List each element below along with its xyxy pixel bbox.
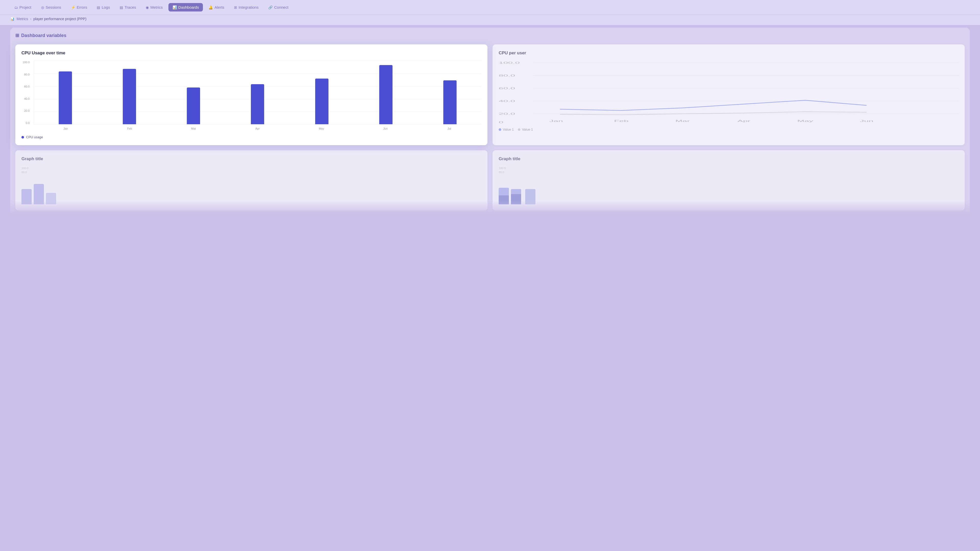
bottom-chart-left-title: Graph title <box>21 156 481 162</box>
nav-label-errors: Errors <box>77 5 87 10</box>
cpu-per-user-chart-card: CPU per user 100.0 80.0 60.0 40.0 20.0 0 <box>493 44 965 145</box>
stacked-bar-bot-2 <box>511 194 521 204</box>
breadcrumb-parent[interactable]: Metrics <box>17 17 28 21</box>
nav-item-metrics[interactable]: ◉ Metrics <box>142 3 167 11</box>
line-legend-dot-1 <box>499 128 501 131</box>
bar-chart-area <box>34 61 481 124</box>
bar-mar <box>187 87 200 124</box>
svg-text:May: May <box>797 119 813 122</box>
nav-label-logs: Logs <box>102 5 110 10</box>
svg-text:80.0: 80.0 <box>499 74 515 77</box>
y-label-20: 20.0 <box>24 109 30 112</box>
cpu-per-user-title: CPU per user <box>499 51 959 56</box>
bottom-bar-3 <box>46 193 56 204</box>
y-label-40: 40.0 <box>24 97 30 100</box>
project-icon: 🗂 <box>14 5 18 10</box>
nav-item-integrations[interactable]: ⊞ Integrations <box>230 3 262 11</box>
nav-item-connect[interactable]: 🔗 Connect <box>264 3 293 11</box>
cpu-chart-title: CPU Usage over time <box>21 51 481 56</box>
logs-icon: ▤ <box>97 5 100 10</box>
line-chart-legend: Value 1 Value 1 <box>499 127 959 131</box>
stacked-bar-group-1 <box>499 188 509 204</box>
x-label-feb: Feb <box>98 127 162 130</box>
traces-icon: ▤ <box>120 5 123 10</box>
breadcrumb-separator: › <box>30 17 32 21</box>
svg-text:60.0: 60.0 <box>499 87 515 90</box>
bar-group-jul <box>419 61 481 124</box>
svg-text:Apr: Apr <box>737 119 750 122</box>
x-label-jan: Jan <box>34 127 98 130</box>
nav-item-errors[interactable]: ⚡ Errors <box>67 3 91 11</box>
chart-legend: CPU usage <box>21 135 481 139</box>
bottom-bar-right-3 <box>525 189 535 204</box>
x-label-apr: Apr <box>226 127 290 130</box>
bottom-chart-left: Graph title 100.0 80.0 <box>15 150 487 210</box>
bar-group-jun <box>355 61 417 124</box>
y-axis: 100.0 80.0 60.0 40.0 20.0 0.0 <box>21 61 32 124</box>
svg-text:0: 0 <box>499 121 503 124</box>
bar-chart-container: 100.0 80.0 60.0 40.0 20.0 0.0 JanFebMarA… <box>21 61 481 132</box>
nav-item-dashboards[interactable]: 📊 Dashboards <box>169 3 203 11</box>
panel-title-icon: ⊞ <box>15 33 19 38</box>
main-content: ⊞ Dashboard variables CPU Usage over tim… <box>0 27 980 216</box>
metrics-icon: ◉ <box>146 5 149 10</box>
line-legend-dot-2 <box>518 128 520 131</box>
bar-jan <box>59 71 72 124</box>
bottom-chart-right-title: Graph title <box>499 156 959 162</box>
x-label-may: May <box>290 127 353 130</box>
nav-label-integrations: Integrations <box>239 5 259 10</box>
line-legend-label-1: Value 1 <box>503 127 514 131</box>
nav-item-alerts[interactable]: 🔔 Alerts <box>204 3 228 11</box>
legend-label-cpu: CPU usage <box>26 135 43 139</box>
bottom-y-100-left: 100.0 <box>21 167 481 170</box>
sessions-icon: ◎ <box>41 5 44 10</box>
bar-group-apr <box>226 61 289 124</box>
cpu-usage-chart-card: CPU Usage over time 100.0 80.0 60.0 40.0 <box>15 44 487 145</box>
bottom-bar-1 <box>21 189 32 204</box>
x-label-mar: Mar <box>162 127 226 130</box>
svg-text:40.0: 40.0 <box>499 100 515 103</box>
bottom-bar-2 <box>34 184 44 204</box>
svg-text:Mar: Mar <box>675 119 690 122</box>
svg-text:100.0: 100.0 <box>499 61 520 64</box>
nav-item-traces[interactable]: ▤ Traces <box>116 3 140 11</box>
y-label-0: 0.0 <box>26 121 30 124</box>
nav-item-project[interactable]: 🗂 Project <box>10 3 35 11</box>
integrations-icon: ⊞ <box>234 5 237 10</box>
y-label-60: 60.0 <box>24 85 30 88</box>
legend-dot-cpu <box>21 136 24 138</box>
alerts-icon: 🔔 <box>208 5 213 10</box>
svg-text:Feb: Feb <box>614 119 628 122</box>
nav-item-sessions[interactable]: ◎ Sessions <box>37 3 65 11</box>
stacked-bar-bot-1 <box>499 195 509 204</box>
bar-may <box>315 79 328 124</box>
line-chart-container: 100.0 80.0 60.0 40.0 20.0 0 <box>499 61 959 132</box>
stacked-bar-top-1 <box>499 188 509 195</box>
dashboards-icon: 📊 <box>172 5 177 10</box>
svg-text:Jun: Jun <box>860 119 873 122</box>
line-legend-item-1: Value 1 <box>499 127 514 131</box>
bottom-y-80-left: 80.0 <box>21 171 481 174</box>
bar-group-mar <box>162 61 225 124</box>
bottom-y-80-right: 80.0 <box>499 171 959 174</box>
bar-feb <box>123 69 136 124</box>
bottom-y-100-right: 100.0 <box>499 167 959 170</box>
x-labels: JanFebMarAprMayJunJul <box>34 125 481 132</box>
nav-label-metrics: Metrics <box>150 5 162 10</box>
nav-label-alerts: Alerts <box>215 5 224 10</box>
nav-label-project: Project <box>19 5 32 10</box>
panel-title-text: Dashboard variables <box>21 33 66 38</box>
line-legend-item-2: Value 1 <box>518 127 533 131</box>
svg-text:Jan: Jan <box>549 119 563 122</box>
bottom-bars-right <box>499 184 959 204</box>
bar-jul <box>443 80 457 124</box>
breadcrumb-icon: 📊 <box>10 17 14 21</box>
top-nav: 🗂 Project ◎ Sessions ⚡ Errors ▤ Logs ▤ T… <box>0 0 980 15</box>
panel-title: ⊞ Dashboard variables <box>15 33 965 38</box>
bar-apr <box>251 84 264 124</box>
nav-item-logs[interactable]: ▤ Logs <box>93 3 114 11</box>
nav-label-connect: Connect <box>274 5 288 10</box>
breadcrumb: 📊 Metrics › player performance project (… <box>0 15 980 25</box>
bar-jun <box>379 65 393 124</box>
bar-group-jan <box>34 61 97 124</box>
